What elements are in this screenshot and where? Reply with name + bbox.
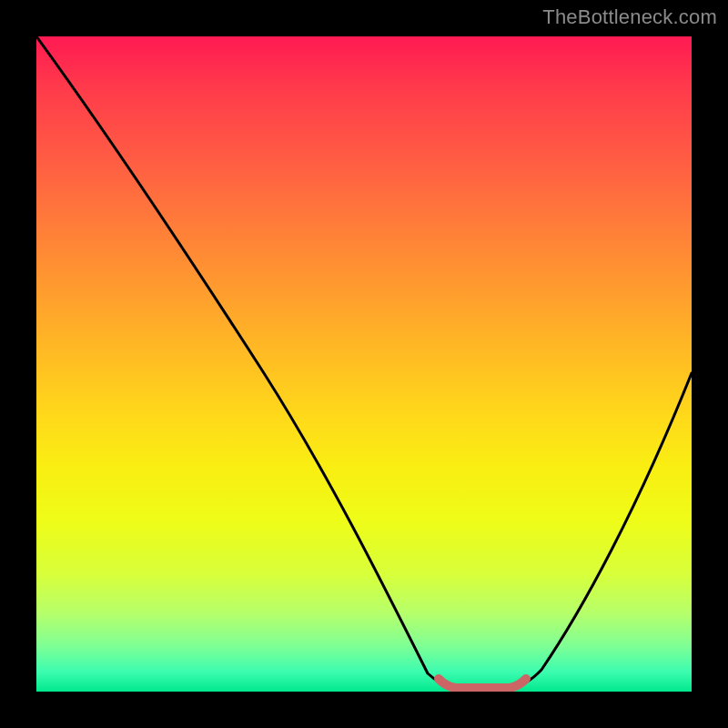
curve-layer — [36, 36, 692, 692]
chart-frame: TheBottleneck.com — [0, 0, 728, 728]
plot-area — [36, 36, 692, 692]
trough-marker — [439, 679, 526, 688]
watermark-text: TheBottleneck.com — [542, 5, 717, 29]
bottleneck-curve — [36, 36, 692, 688]
